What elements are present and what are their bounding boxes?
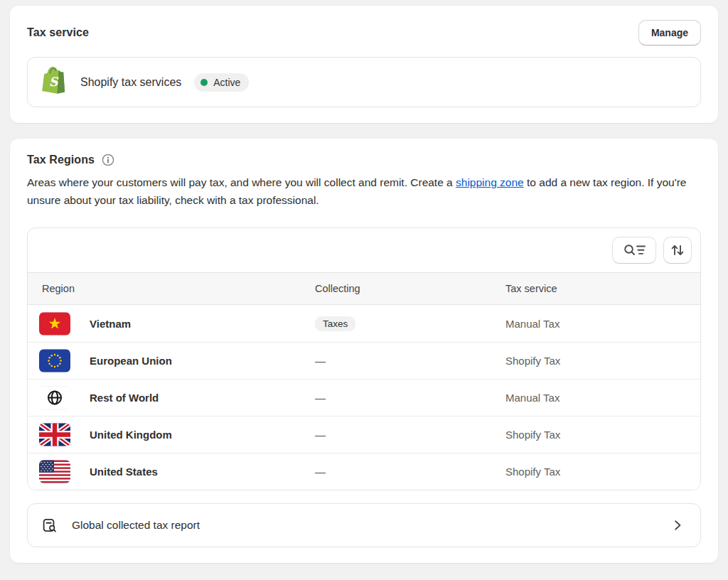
search-filter-button[interactable] bbox=[612, 237, 656, 264]
tax-service-title: Tax service bbox=[27, 26, 89, 39]
tax-regions-description: Areas where your customers will pay tax,… bbox=[27, 173, 701, 209]
description-text-before: Areas where your customers will pay tax,… bbox=[27, 176, 456, 188]
table-row-rest-of-world[interactable]: Rest of World — Manual Tax bbox=[28, 379, 700, 416]
sort-button[interactable] bbox=[663, 237, 692, 264]
table-header-row: Region Collecting Tax service bbox=[28, 272, 700, 305]
region-name: European Union bbox=[90, 355, 172, 367]
shopify-tax-provider-row[interactable]: S Shopify tax services Active bbox=[27, 57, 701, 107]
table-row-vietnam[interactable]: Vietnam Taxes Manual Tax bbox=[28, 305, 700, 342]
column-header-region: Region bbox=[28, 283, 315, 294]
report-label: Global collected tax report bbox=[72, 519, 200, 532]
globe-icon bbox=[39, 386, 70, 409]
eu-flag bbox=[39, 349, 70, 372]
uk-flag bbox=[39, 423, 70, 446]
region-name: Rest of World bbox=[90, 392, 159, 404]
global-tax-report-link[interactable]: Global collected tax report bbox=[27, 503, 701, 547]
tax-service-header: Tax service Manage bbox=[27, 20, 701, 45]
region-name: United States bbox=[90, 466, 158, 478]
table-row-united-kingdom[interactable]: United Kingdom — Shopify Tax bbox=[28, 416, 700, 453]
active-status-badge: Active bbox=[194, 73, 249, 92]
column-header-tax-service: Tax service bbox=[505, 283, 700, 294]
tax-regions-table: Region Collecting Tax service Vietnam Ta… bbox=[27, 227, 701, 490]
provider-name: Shopify tax services bbox=[80, 76, 181, 89]
tax-service-value: Shopify Tax bbox=[505, 429, 700, 441]
collecting-value: — bbox=[315, 429, 326, 441]
tax-regions-header: Tax Regions bbox=[27, 153, 701, 167]
collecting-value: — bbox=[315, 355, 326, 367]
svg-text:S: S bbox=[49, 75, 59, 89]
chevron-right-icon bbox=[670, 518, 685, 532]
vietnam-flag bbox=[39, 312, 70, 335]
shopify-bag-icon: S bbox=[42, 66, 68, 98]
collecting-value: — bbox=[315, 392, 326, 404]
table-row-european-union[interactable]: European Union — Shopify Tax bbox=[28, 342, 700, 379]
column-header-collecting: Collecting bbox=[315, 283, 505, 294]
collecting-value: — bbox=[315, 466, 326, 478]
report-search-icon bbox=[42, 517, 58, 534]
tax-service-value: Shopify Tax bbox=[505, 466, 700, 478]
tax-service-value: Shopify Tax bbox=[505, 355, 700, 367]
settings-taxes-page: Tax service Manage S Shopify tax service… bbox=[0, 0, 728, 576]
tax-regions-card: Tax Regions Areas where your customers w… bbox=[10, 139, 718, 563]
collecting-badge: Taxes bbox=[315, 316, 355, 331]
tax-regions-title: Tax Regions bbox=[27, 154, 95, 166]
table-row-united-states[interactable]: United States — Shopify Tax bbox=[28, 453, 700, 490]
status-dot-icon bbox=[200, 79, 208, 86]
search-filter-icon bbox=[623, 243, 646, 257]
tax-service-value: Manual Tax bbox=[505, 392, 700, 404]
tax-service-card: Tax service Manage S Shopify tax service… bbox=[10, 6, 718, 123]
manage-button[interactable]: Manage bbox=[638, 20, 701, 45]
table-toolbar bbox=[28, 228, 700, 272]
info-icon[interactable] bbox=[101, 153, 115, 167]
status-label: Active bbox=[213, 77, 240, 88]
us-flag bbox=[39, 460, 70, 483]
tax-service-value: Manual Tax bbox=[505, 318, 700, 330]
region-name: Vietnam bbox=[90, 318, 131, 330]
region-name: United Kingdom bbox=[90, 429, 172, 441]
shipping-zone-link[interactable]: shipping zone bbox=[456, 176, 524, 188]
sort-icon bbox=[670, 243, 685, 257]
